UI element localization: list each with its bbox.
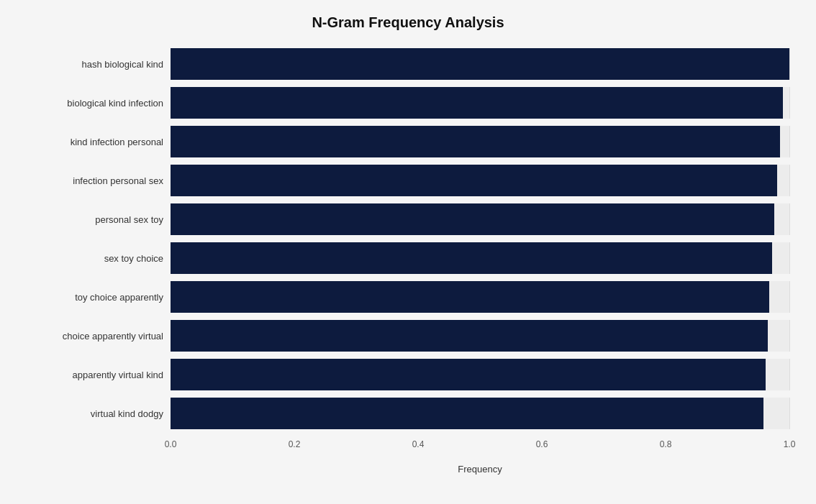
x-tick: 0.8	[660, 439, 672, 449]
bar-track	[171, 203, 789, 235]
grid-line	[789, 87, 790, 119]
grid-line	[789, 359, 790, 390]
bar-label: apparently virtual kind	[27, 370, 171, 380]
bar-label: virtual kind dodgy	[27, 408, 171, 419]
bar-row: toy choice apparently	[27, 278, 789, 316]
bar-row: apparently virtual kind	[27, 356, 789, 393]
bar-row: biological kind infection	[27, 84, 789, 122]
x-tick: 1.0	[784, 439, 796, 449]
bar-row: choice apparently virtual	[27, 317, 789, 354]
bar-fill	[171, 126, 780, 157]
bar-label: biological kind infection	[27, 98, 171, 109]
bar-track	[171, 398, 789, 429]
x-tick: 0.6	[536, 439, 548, 449]
bar-fill	[171, 281, 769, 313]
bar-track	[171, 242, 789, 274]
chart-container: N-Gram Frequency Analysis hash biologica…	[12, 0, 804, 504]
x-tick: 0.4	[412, 439, 425, 449]
bar-label: kind infection personal	[27, 137, 171, 147]
grid-line	[789, 203, 790, 235]
bar-fill	[171, 87, 783, 119]
grid-line	[789, 165, 790, 196]
bar-label: hash biological kind	[27, 59, 171, 70]
bar-track	[171, 359, 789, 390]
x-axis: 0.00.20.40.60.81.0	[27, 439, 789, 461]
bar-row: sex toy choice	[27, 239, 789, 277]
x-tick: 0.0	[165, 439, 177, 449]
bar-label: choice apparently virtual	[27, 331, 171, 342]
bar-track	[171, 165, 789, 196]
bar-label: infection personal sex	[27, 175, 171, 186]
chart-area: hash biological kindbiological kind infe…	[27, 45, 789, 434]
bar-fill	[171, 320, 768, 352]
grid-line	[789, 281, 790, 313]
bar-row: infection personal sex	[27, 162, 789, 199]
x-axis-inner: 0.00.20.40.60.81.0	[171, 439, 789, 461]
bar-track	[171, 281, 789, 313]
chart-title: N-Gram Frequency Analysis	[27, 14, 789, 31]
bar-track	[171, 126, 789, 157]
grid-line	[789, 320, 790, 352]
bar-fill	[171, 48, 789, 80]
bar-row: kind infection personal	[27, 123, 789, 160]
bar-fill	[171, 165, 777, 196]
bar-track	[171, 320, 789, 352]
bar-fill	[171, 398, 763, 429]
bar-row: virtual kind dodgy	[27, 395, 789, 432]
bar-label: personal sex toy	[27, 214, 171, 225]
bar-track	[171, 87, 789, 119]
grid-line	[789, 126, 790, 157]
bar-fill	[171, 359, 766, 390]
x-axis-label: Frequency	[27, 464, 789, 475]
grid-line	[789, 48, 790, 80]
grid-line	[789, 398, 790, 429]
bar-track	[171, 48, 789, 80]
bar-row: personal sex toy	[27, 201, 789, 238]
bar-fill	[171, 203, 774, 235]
bar-label: sex toy choice	[27, 253, 171, 264]
bar-fill	[171, 242, 772, 274]
grid-line	[789, 242, 790, 274]
bar-row: hash biological kind	[27, 45, 789, 83]
x-tick: 0.2	[289, 439, 301, 449]
bar-label: toy choice apparently	[27, 292, 171, 303]
